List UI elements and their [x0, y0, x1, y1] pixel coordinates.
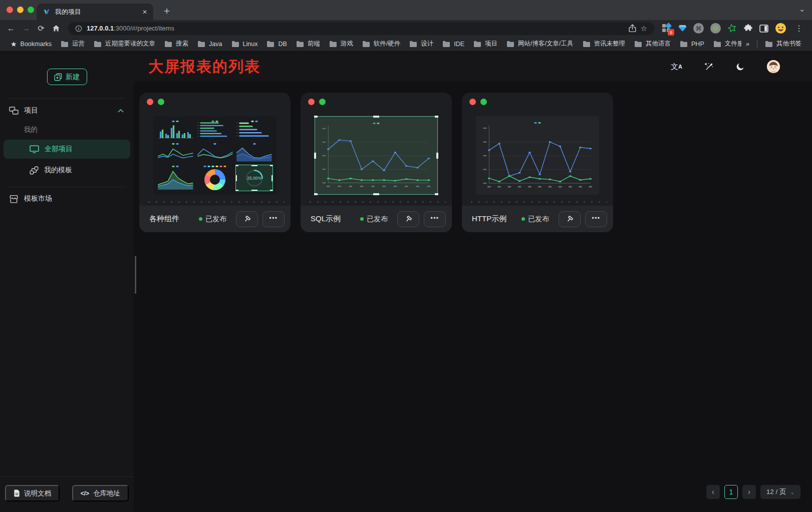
- browser-tab[interactable]: 我的项目 ✕: [37, 4, 153, 20]
- profile-avatar-icon[interactable]: [775, 23, 786, 34]
- bookmarks-overflow-chevron[interactable]: »: [741, 41, 754, 48]
- bookmark-label: 游戏: [341, 40, 353, 48]
- other-bookmarks[interactable]: 其他书签: [760, 40, 806, 48]
- bookmark-folder[interactable]: 设计: [405, 40, 438, 48]
- mini-gauge-selected: 25.00%: [235, 165, 273, 191]
- card-footer: 各种组件 已发布 •••: [139, 206, 291, 232]
- status-label: 已发布: [528, 215, 549, 224]
- status-badge: 已发布: [521, 215, 549, 224]
- bookmark-folder[interactable]: 资讯未整理: [578, 40, 630, 48]
- sidebar-group-projects[interactable]: 项目: [0, 99, 134, 121]
- project-card-sql[interactable]: SQL示例 已发布 •••: [301, 93, 452, 232]
- bookmark-label: 资讯未整理: [594, 40, 626, 48]
- prev-page-button[interactable]: ‹: [706, 485, 720, 499]
- bookmark-folder[interactable]: 软件/硬件: [358, 40, 405, 48]
- bookmark-folder[interactable]: 其他语言: [630, 40, 675, 48]
- mini-line-chart: [196, 142, 234, 163]
- monitor-icon: [30, 145, 39, 153]
- extension-star-icon[interactable]: [727, 24, 737, 33]
- url-bar[interactable]: 127.0.0.1:3000/#/project/items ☆: [68, 22, 654, 35]
- bookmarks-lead[interactable]: ★Bookmarks: [6, 40, 56, 48]
- project-preview-thumbnail[interactable]: [315, 116, 438, 195]
- bookmark-folder[interactable]: 游戏: [325, 40, 358, 48]
- browser-window: 我的项目 ✕ ＋ ⌄ ← → ⟳ 127.0.0.1:3000/#/projec…: [0, 0, 812, 512]
- bookmark-folder[interactable]: IDE: [438, 41, 469, 48]
- bookmark-folder[interactable]: 项目: [469, 40, 502, 48]
- extension-gem-icon[interactable]: [678, 25, 687, 32]
- page-size-select[interactable]: 12 / 页⌄: [760, 485, 800, 499]
- bookmark-folder[interactable]: 前端: [292, 40, 325, 48]
- bookmark-folder[interactable]: Java: [193, 41, 226, 48]
- hammer-icon: [404, 215, 413, 223]
- project-preview-thumbnail[interactable]: [476, 116, 599, 195]
- next-page-button[interactable]: ›: [742, 485, 756, 499]
- line-chart-preview: [480, 121, 595, 192]
- side-panel-icon[interactable]: [759, 25, 768, 33]
- sidebar-footer: 说明文档 </> 仓库地址: [0, 476, 134, 512]
- share-icon[interactable]: [629, 24, 636, 33]
- extension-command-icon[interactable]: ⌘: [693, 23, 704, 34]
- language-icon[interactable]: 文A: [671, 62, 682, 72]
- more-actions-button[interactable]: •••: [262, 211, 285, 227]
- url-host: 127.0.0.1: [87, 25, 114, 32]
- forward-button[interactable]: →: [19, 22, 33, 36]
- more-actions-button[interactable]: •••: [585, 211, 607, 227]
- sidebar-item-label: 全部项目: [45, 145, 73, 154]
- bookmark-folder[interactable]: 运营: [56, 40, 89, 48]
- sidebar-item-all-projects[interactable]: 全部项目: [4, 140, 130, 159]
- minimize-window-button[interactable]: [17, 7, 24, 13]
- edit-project-button[interactable]: [397, 211, 419, 227]
- project-preview-thumbnail[interactable]: 25.00%: [153, 116, 277, 195]
- traffic-lights: [7, 7, 34, 13]
- sidebar-item-my-templates[interactable]: 我的模板: [4, 161, 130, 180]
- extensions-puzzle-icon[interactable]: [743, 24, 753, 33]
- new-tab-button[interactable]: ＋: [160, 4, 173, 17]
- zoom-window-button[interactable]: [28, 7, 34, 13]
- tab-search-icon[interactable]: ⌄: [799, 5, 805, 13]
- new-project-button[interactable]: 新建: [47, 69, 87, 85]
- extension-dashboard-icon[interactable]: 9: [662, 24, 672, 33]
- bookmark-folder[interactable]: 网站/博客/文章/工具: [502, 40, 578, 48]
- scrollbar-thumb[interactable]: [135, 256, 136, 294]
- folder-icon: [765, 41, 773, 47]
- user-avatar[interactable]: [767, 60, 780, 73]
- tab-close-icon[interactable]: ✕: [142, 9, 147, 16]
- bookmark-folder[interactable]: PHP: [675, 41, 709, 48]
- bookmark-folder[interactable]: Linux: [227, 41, 262, 48]
- folder-icon: [409, 41, 417, 47]
- folder-icon: [61, 41, 69, 47]
- chevron-up-icon[interactable]: [118, 109, 124, 113]
- red-dot: [308, 99, 315, 105]
- browser-menu-icon[interactable]: ⋮: [793, 24, 805, 33]
- reload-button[interactable]: ⟳: [34, 22, 48, 36]
- project-card-http[interactable]: HTTP示例 已发布 •••: [462, 93, 613, 232]
- extension-recorder-icon[interactable]: [710, 23, 721, 34]
- more-actions-button[interactable]: •••: [424, 211, 446, 227]
- bookmark-folder[interactable]: 近期需要读的文章: [89, 40, 160, 48]
- repo-button[interactable]: </> 仓库地址: [72, 485, 129, 501]
- bookmark-star-icon[interactable]: ☆: [641, 24, 647, 33]
- bookmark-folder[interactable]: 搜索: [160, 40, 193, 48]
- home-button[interactable]: [49, 22, 63, 36]
- back-button[interactable]: ←: [4, 22, 18, 36]
- close-window-button[interactable]: [7, 7, 13, 13]
- page-info-icon[interactable]: [75, 25, 82, 32]
- edit-project-button[interactable]: [559, 211, 581, 227]
- green-dot: [319, 99, 326, 105]
- dark-mode-moon-icon[interactable]: [736, 62, 745, 71]
- docs-button[interactable]: 说明文档: [5, 485, 60, 501]
- project-card-components[interactable]: 25.00% 各种组件 已发布 •••: [139, 93, 291, 232]
- edit-project-button[interactable]: [236, 211, 258, 227]
- bookmark-label: Java: [209, 41, 222, 48]
- bookmark-folder[interactable]: 文件服务器: [709, 40, 741, 48]
- sidebar-item-template-market[interactable]: 模板市场: [0, 187, 134, 210]
- bookmarks-divider: [757, 40, 757, 48]
- dotted-separator: [468, 201, 607, 203]
- storefront-icon: [9, 195, 19, 203]
- code-icon: </>: [81, 490, 89, 497]
- magic-wand-icon[interactable]: [704, 62, 714, 72]
- current-page-button[interactable]: 1: [724, 485, 738, 499]
- bookmark-folder[interactable]: DB: [262, 41, 291, 48]
- bookmark-label: 其他书签: [776, 40, 801, 48]
- bookmark-label: 设计: [421, 40, 433, 48]
